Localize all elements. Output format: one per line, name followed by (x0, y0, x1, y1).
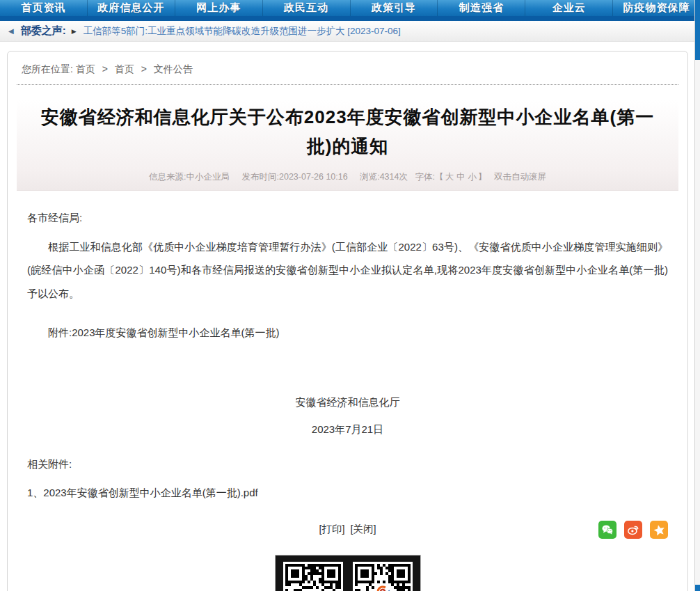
nav-item-gov-info[interactable]: 政府信息公开 (88, 0, 175, 16)
font-size-large[interactable]: 大 (445, 172, 454, 182)
wechat-qr-code (355, 564, 411, 591)
ministry-news-ticker: ◀ 部委之声: ▶ 工信部等5部门:工业重点领域节能降碳改造升级范围进一步扩大 … (0, 21, 700, 42)
weibo-icon (627, 523, 639, 536)
meta-autoscroll-hint: 双击自动滚屏 (494, 172, 546, 182)
weibo-qr-code (285, 564, 341, 591)
breadcrumb: 您所在位置: 首页 > 首页 > 文件公告 (8, 52, 687, 84)
font-size-small[interactable]: 小 (468, 172, 477, 182)
breadcrumb-separator: > (141, 63, 147, 74)
favorite-star-button[interactable] (650, 521, 668, 539)
article-attachment-line: 附件:2023年度安徽省创新型中小企业名单(第一批) (27, 324, 668, 342)
font-size-medium[interactable]: 中 (456, 172, 466, 182)
ticker-label: 部委之声: (21, 24, 66, 38)
article-signature: 安徽省经济和信息化厅 (27, 394, 668, 411)
share-icons (598, 521, 668, 539)
nav-item-epidemic-supplies[interactable]: 防疫物资保障 (613, 0, 700, 16)
nav-item-online-services[interactable]: 网上办事 (175, 0, 263, 16)
print-button[interactable]: [打印] (319, 523, 344, 535)
article-greeting: 各市经信局: (27, 209, 668, 227)
star-icon (653, 523, 666, 537)
content-panel: 您所在位置: 首页 > 首页 > 文件公告 安徽省经济和信息化厅关于公布2023… (7, 51, 688, 591)
breadcrumb-separator: > (102, 63, 108, 74)
article-title-banner: 安徽省经济和信息化厅关于公布2023年度安徽省创新型中小企业名单(第一批)的通知… (17, 92, 678, 191)
weibo-qr-block: 微博扫描 (283, 562, 343, 591)
ticker-news-link[interactable]: 工信部等5部门:工业重点领域节能降碳改造升级范围进一步扩大 [2023-07-0… (83, 25, 401, 38)
qr-panel: 微博扫描 微信平台 (275, 555, 421, 591)
meta-source: 信息来源:中小企业局 (149, 172, 230, 182)
scrollbar (694, 0, 700, 591)
article-paragraph: 根据工业和信息化部《优质中小企业梯度培育管理暂行办法》(工信部企业〔2022〕6… (27, 235, 668, 306)
article-body: 各市经信局: 根据工业和信息化部《优质中小企业梯度培育管理暂行办法》(工信部企业… (8, 191, 687, 591)
article-meta: 信息来源:中小企业局 发布时间:2023-07-26 10:16 浏览:4314… (17, 161, 678, 190)
wechat-icon (601, 523, 614, 536)
ticker-next-icon[interactable]: ▶ (72, 28, 77, 35)
weibo-share-button[interactable] (624, 521, 642, 539)
meta-font-label: 字体:【 (415, 172, 443, 182)
breadcrumb-link-home-2[interactable]: 首页 (115, 63, 134, 74)
ticker-prev-icon[interactable]: ◀ (8, 27, 14, 35)
wechat-share-button[interactable] (598, 521, 617, 539)
breadcrumb-link-home[interactable]: 首页 (76, 63, 95, 74)
related-attachments-label: 相关附件: (27, 455, 668, 473)
nav-item-home-news[interactable]: 首页资讯 (0, 0, 88, 16)
close-button[interactable]: [关闭] (351, 523, 376, 535)
wechat-qr-block: 微信平台 (353, 562, 413, 591)
article-actions: [打印] [关闭] (27, 523, 668, 542)
dotted-divider (17, 84, 678, 85)
article-date: 2023年7月21日 (27, 421, 668, 438)
scrollbar-thumb[interactable] (695, 0, 700, 60)
nav-item-public-interaction[interactable]: 政民互动 (263, 0, 351, 16)
breadcrumb-current: 文件公告 (154, 63, 193, 74)
breadcrumb-prefix: 您所在位置: (22, 63, 73, 74)
page-title: 安徽省经济和信息化厅关于公布2023年度安徽省创新型中小企业名单(第一批)的通知 (38, 102, 658, 161)
attachment-pdf-link[interactable]: 1、2023年安徽省创新型中小企业名单(第一批).pdf (27, 484, 668, 502)
meta-font-label-end: 】 (478, 172, 487, 182)
nav-item-manufacturing-province[interactable]: 制造强省 (438, 0, 525, 16)
scrollbar-down-button[interactable] (695, 585, 700, 591)
meta-publish-time: 发布时间:2023-07-26 10:16 (242, 172, 348, 182)
top-navigation: 首页资讯 政府信息公开 网上办事 政民互动 政策引导 制造强省 企业云 防疫物资… (0, 0, 700, 21)
nav-item-policy-guidance[interactable]: 政策引导 (351, 0, 438, 16)
nav-item-enterprise-cloud[interactable]: 企业云 (525, 0, 613, 16)
meta-view-count: 浏览:4314次 (360, 172, 408, 182)
